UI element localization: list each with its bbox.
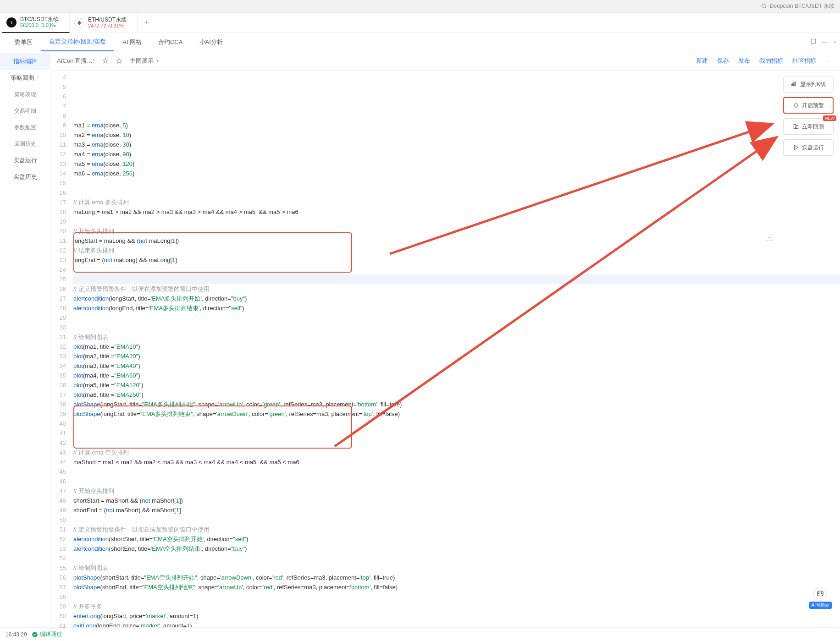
nav-item-1[interactable]: 自定义指标/回测/实盘	[41, 33, 114, 51]
code-line[interactable]: longStart = maLong && (not maLong[1])	[73, 236, 840, 246]
code-editor[interactable]: 4567891011121314151617181920212223242526…	[50, 71, 840, 627]
right-panel-btn-backtest[interactable]: 立即回测NEW	[783, 118, 834, 135]
backtest-icon	[793, 123, 799, 130]
code-area[interactable]: ma1 = ema(close, 5)ma2 = ema(close, 10)m…	[72, 71, 840, 627]
ai-assistant-float[interactable]: AI写指标	[809, 587, 832, 609]
editor-actions: 新建保存发布我的指标社区指标	[696, 57, 816, 65]
code-line[interactable]: alertcondition(shortStart, title='EMA空头排…	[73, 534, 840, 544]
code-line[interactable]: // 定义预警预警条件，以便在添加预警的窗口中使用	[73, 284, 840, 294]
sidebar-item-5[interactable]: 回测历史	[0, 136, 50, 152]
code-line[interactable]: // 开多平多	[73, 602, 840, 611]
minimize-icon[interactable]: —	[822, 39, 828, 45]
sidebar: 指标编辑策略回测⌃策略表现交易明细参数配置回测历史实盘运行实盘历史	[0, 51, 50, 627]
more-icon[interactable]: ···	[823, 58, 834, 64]
code-line[interactable]: longEnd = (not maLong) && maLong[1]	[73, 255, 840, 265]
code-line[interactable]: plot(ma3, title ="EMA40")	[73, 361, 840, 371]
code-line[interactable]	[73, 438, 840, 448]
sidebar-item-1[interactable]: 策略回测⌃	[0, 70, 50, 86]
code-line[interactable]	[73, 419, 840, 428]
pair-tab-0[interactable]: ₿ BTC/USDT永续58200.0 -0.03%	[2, 13, 70, 33]
sidebar-item-0[interactable]: 指标编辑	[0, 53, 50, 70]
add-pair-button[interactable]: +	[138, 18, 156, 27]
code-line[interactable]	[73, 553, 840, 563]
code-line[interactable]: enterLong(longStart, price='market', amo…	[73, 611, 840, 621]
view-mode-dropdown[interactable]: 主图展示 ▼	[130, 57, 160, 65]
code-line[interactable]: ma2 = ema(close, 10)	[73, 130, 840, 140]
right-panel-btn-kline[interactable]: 显示到K线	[783, 76, 834, 93]
code-line[interactable]	[73, 188, 840, 197]
code-line[interactable]: ma1 = ema(close, 5)	[73, 121, 840, 130]
sidebar-item-7[interactable]: 实盘历史	[0, 169, 50, 185]
nav-item-4[interactable]: 小AI分析	[191, 33, 231, 51]
right-action-panel: 显示到K线开启预警立即回测NEW实盘运行	[783, 76, 834, 156]
nav-item-3[interactable]: 合约DCA	[150, 33, 191, 51]
fullscreen-icon[interactable]	[810, 38, 817, 46]
code-line[interactable]	[73, 178, 840, 188]
code-line[interactable]	[73, 592, 840, 602]
check-circle-icon	[32, 631, 38, 638]
sidebar-item-6[interactable]: 实盘运行	[0, 152, 50, 169]
code-line[interactable]: // 绘制到图表	[73, 563, 840, 573]
code-line[interactable]	[73, 467, 840, 477]
code-line[interactable]: plot(ma6, title ="EMA250")	[73, 390, 840, 400]
code-line[interactable]: // 定义预警预警条件，以便在添加预警的窗口中使用	[73, 525, 840, 534]
code-line[interactable]: alertcondition(shortEnd, title='EMA空头排列结…	[73, 544, 840, 553]
code-line[interactable]: shortEnd = (not maShort) && maShort[1]	[73, 505, 840, 515]
compile-status-text: 编译通过	[40, 630, 62, 638]
star-icon[interactable]	[116, 58, 122, 64]
code-line[interactable]: // 开始空头排列	[73, 486, 840, 496]
editor-action-3[interactable]: 我的指标	[759, 57, 783, 65]
close-icon[interactable]: ×	[833, 39, 836, 45]
nav-item-0[interactable]: 委单区	[6, 33, 41, 51]
right-panel-btn-bell[interactable]: 开启预警	[783, 97, 834, 114]
svg-rect-8	[793, 83, 794, 86]
code-line[interactable]: plot(ma5, title ="EMA120")	[73, 380, 840, 390]
code-line[interactable]: // 开始多头排列	[73, 226, 840, 236]
view-mode-label: 主图展示	[130, 57, 154, 65]
code-line[interactable]	[73, 313, 840, 323]
code-line[interactable]: plot(ma2, title ="EMA20")	[73, 351, 840, 361]
compile-status: 编译通过	[32, 630, 62, 638]
global-search[interactable]: Deepcoin BTC/USDT 永续	[761, 2, 834, 10]
code-line[interactable]: maLong = ma1 > ma2 && ma2 > ma3 && ma3 >…	[73, 207, 840, 217]
fold-minus-icon[interactable]: −	[766, 234, 773, 241]
editor-action-1[interactable]: 保存	[717, 57, 729, 65]
code-line[interactable]	[73, 323, 840, 332]
code-line[interactable]	[73, 428, 840, 438]
code-line[interactable]: ma3 = ema(close, 30)	[73, 140, 840, 149]
code-line[interactable]: plot(ma4, title ="EMA60")	[73, 371, 840, 380]
nav-item-2[interactable]: AI 网格	[114, 33, 150, 51]
code-line[interactable]: // 结束多头排列	[73, 246, 840, 255]
code-line[interactable]: plotShape(longEnd, title="EMA多头排列结束", sh…	[73, 409, 840, 419]
code-line[interactable]: // 计算 ema 空头排列	[73, 448, 840, 457]
pin-icon[interactable]	[102, 58, 109, 64]
code-line[interactable]: // 绘制到图表	[73, 332, 840, 342]
main-area: AICoin直播…* 主图展示 ▼ 新建保存发布我的指标社区指标 ··· 456…	[50, 51, 840, 627]
code-line[interactable]: ma4 = ema(close, 90)	[73, 149, 840, 159]
sidebar-item-3[interactable]: 交易明细	[0, 103, 50, 119]
code-line[interactable]: plotShape(shortEnd, title="EMA空头排列结束", s…	[73, 582, 840, 592]
code-line[interactable]: exitLong(longEnd, price='market', amount…	[73, 621, 840, 627]
code-line[interactable]: maShort = ma1 < ma2 && ma2 < ma3 && ma3 …	[73, 457, 840, 467]
code-line[interactable]: shortStart = maShort && (not maShort[1])	[73, 496, 840, 505]
code-line[interactable]: plot(ma1, title ="EMA10")	[73, 342, 840, 351]
code-line[interactable]: alertcondition(longEnd, title='EMA多头排列结束…	[73, 303, 840, 313]
editor-action-4[interactable]: 社区指标	[792, 57, 816, 65]
code-line[interactable]: plotShape(longStart, title="EMA多头排列开始", …	[73, 400, 840, 409]
code-line[interactable]	[73, 265, 840, 274]
code-line[interactable]	[73, 274, 840, 284]
code-line[interactable]: ma5 = ema(close, 120)	[73, 159, 840, 169]
pair-tab-1[interactable]: ETH/USDT永续2472.72 -0.31%	[70, 13, 138, 33]
sidebar-item-2[interactable]: 策略表现	[0, 86, 50, 103]
editor-action-2[interactable]: 发布	[738, 57, 750, 65]
sidebar-item-4[interactable]: 参数配置	[0, 119, 50, 136]
code-line[interactable]	[73, 217, 840, 226]
code-line[interactable]: plotShape(shortStart, title="EMA空头排列开始",…	[73, 573, 840, 582]
right-panel-btn-run[interactable]: 实盘运行	[783, 139, 834, 156]
code-line[interactable]: ma6 = ema(close, 256)	[73, 169, 840, 178]
code-line[interactable]: // 计算 ema 多头排列	[73, 197, 840, 207]
code-line[interactable]	[73, 477, 840, 486]
code-line[interactable]: alertcondition(longStart, title='EMA多头排列…	[73, 294, 840, 303]
code-line[interactable]	[73, 515, 840, 525]
editor-action-0[interactable]: 新建	[696, 57, 708, 65]
